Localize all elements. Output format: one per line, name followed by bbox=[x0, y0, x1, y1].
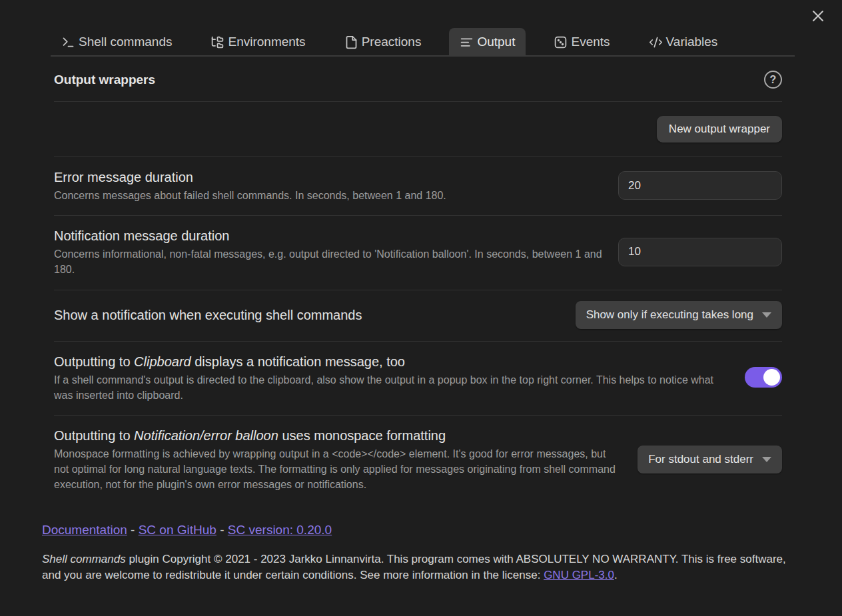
settings-panel: Output wrappers ? New output wrapper Err… bbox=[54, 57, 782, 505]
tab-variables[interactable]: Variables bbox=[638, 28, 729, 55]
terminal-icon bbox=[61, 35, 75, 49]
tab-label: Shell commands bbox=[79, 35, 172, 49]
setting-name-suffix: displays a notification message, too bbox=[191, 354, 405, 369]
setting-description: If a shell command's output is directed … bbox=[54, 372, 730, 403]
help-icon[interactable]: ? bbox=[764, 71, 782, 89]
setting-notification-message-duration: Notification message duration Concerns i… bbox=[54, 216, 782, 290]
chevron-down-icon bbox=[762, 312, 771, 318]
file-icon bbox=[344, 35, 358, 49]
setting-name-prefix: Outputting to bbox=[54, 428, 134, 443]
setting-name-prefix: Outputting to bbox=[54, 354, 134, 369]
tab-label: Preactions bbox=[362, 35, 422, 49]
setting-clipboard-notification: Outputting to Clipboard displays a notif… bbox=[54, 342, 782, 416]
link-separator: - bbox=[131, 523, 135, 537]
copyright-suffix: . bbox=[614, 569, 618, 581]
footer-links: Documentation - SC on GitHub - SC versio… bbox=[42, 523, 788, 537]
setting-balloon-monospace: Outputting to Notification/error balloon… bbox=[54, 416, 782, 505]
footer: Documentation - SC on GitHub - SC versio… bbox=[42, 523, 788, 583]
setting-show-notification-when-executing: Show a notification when executing shell… bbox=[54, 290, 782, 342]
link-separator: - bbox=[220, 523, 224, 537]
code-icon bbox=[649, 35, 663, 49]
toggle-knob bbox=[763, 369, 780, 386]
setting-description: Concerns informational, non-fatal messag… bbox=[54, 246, 604, 277]
chevron-down-icon bbox=[762, 457, 771, 462]
dice-icon bbox=[554, 35, 568, 49]
notification-duration-input[interactable] bbox=[618, 238, 782, 266]
documentation-link[interactable]: Documentation bbox=[42, 523, 127, 537]
tab-label: Environments bbox=[228, 35, 305, 49]
setting-name: Error message duration bbox=[54, 168, 604, 186]
new-output-wrapper-button[interactable]: New output wrapper bbox=[657, 116, 782, 143]
tab-output[interactable]: Output bbox=[449, 28, 526, 55]
setting-description: Monospace formatting is achieved by wrap… bbox=[54, 446, 623, 493]
copyright-text: plugin Copyright © 2021 - 2023 Jarkko Li… bbox=[42, 553, 786, 581]
clipboard-notification-toggle[interactable] bbox=[745, 367, 782, 388]
setting-name: Notification message duration bbox=[54, 226, 604, 245]
plugin-name: Shell commands bbox=[42, 553, 126, 565]
setting-description: Concerns messages about failed shell com… bbox=[54, 188, 604, 203]
dropdown-selected-value: For stdout and stderr bbox=[648, 453, 753, 466]
close-icon[interactable] bbox=[809, 7, 827, 25]
version-link[interactable]: SC version: 0.20.0 bbox=[228, 523, 332, 537]
license-link[interactable]: GNU GPL-3.0 bbox=[544, 569, 614, 581]
tab-preactions[interactable]: Preactions bbox=[334, 28, 432, 55]
execution-notification-dropdown[interactable]: Show only if executing takes long bbox=[576, 301, 782, 329]
tab-label: Output bbox=[477, 35, 515, 49]
setting-name-emphasis: Clipboard bbox=[134, 354, 191, 369]
setting-error-message-duration: Error message duration Concerns messages… bbox=[54, 157, 782, 216]
tab-environments[interactable]: Environments bbox=[200, 28, 316, 55]
tab-label: Events bbox=[571, 35, 610, 49]
setting-name: Show a notification when executing shell… bbox=[54, 306, 561, 324]
monospace-target-dropdown[interactable]: For stdout and stderr bbox=[637, 446, 782, 473]
align-left-icon bbox=[460, 35, 474, 49]
tab-shell-commands[interactable]: Shell commands bbox=[51, 28, 183, 55]
tab-events[interactable]: Events bbox=[543, 28, 620, 55]
copyright-notice: Shell commands plugin Copyright © 2021 -… bbox=[42, 551, 788, 583]
section-title: Output wrappers bbox=[54, 73, 155, 87]
github-link[interactable]: SC on GitHub bbox=[139, 523, 216, 537]
settings-tab-bar: Shell commands Environments Preactions O… bbox=[51, 28, 795, 57]
section-header: Output wrappers ? bbox=[54, 57, 782, 102]
new-output-wrapper-row: New output wrapper bbox=[54, 102, 782, 157]
error-duration-input[interactable] bbox=[618, 171, 782, 200]
setting-name-suffix: uses monospace formatting bbox=[278, 428, 446, 443]
tab-label: Variables bbox=[666, 35, 718, 49]
setting-name-emphasis: Notification/error balloon bbox=[134, 428, 278, 443]
dropdown-selected-value: Show only if executing takes long bbox=[586, 308, 753, 322]
folder-tree-icon bbox=[210, 35, 224, 49]
